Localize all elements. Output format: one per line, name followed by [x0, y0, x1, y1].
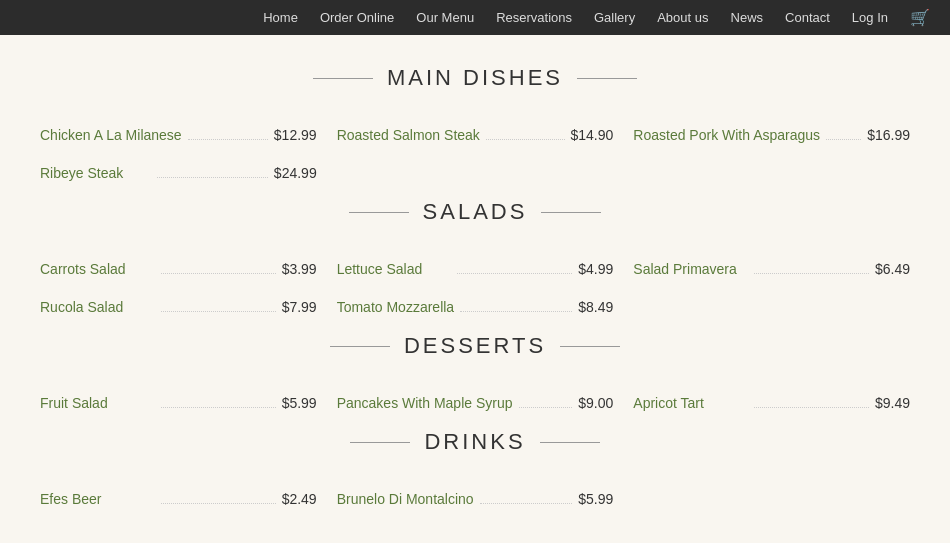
section-title-salads: SALADS [40, 199, 910, 225]
menu-item[interactable]: Fruit Salad $5.99 [40, 387, 317, 419]
menu-item[interactable]: Roasted Pork With Asparagus $16.99 [633, 119, 910, 151]
item-price: $6.49 [875, 261, 910, 277]
item-price: $8.49 [578, 299, 613, 315]
menu-grid-main-dishes: Chicken A La Milanese $12.99 Roasted Sal… [40, 119, 910, 189]
item-price: $9.00 [578, 395, 613, 411]
item-dots [161, 503, 276, 504]
item-dots [754, 407, 869, 408]
menu-item[interactable] [633, 291, 910, 323]
nav-our-menu[interactable]: Our Menu [416, 10, 474, 25]
item-name: Apricot Tart [633, 395, 748, 411]
menu-item[interactable] [633, 483, 910, 515]
menu-item[interactable]: Ribeye Steak $24.99 [40, 157, 317, 189]
item-dots [519, 407, 573, 408]
section-title-main-dishes: MAIN DISHES [40, 65, 910, 91]
item-price: $5.99 [282, 395, 317, 411]
menu-item[interactable] [633, 157, 910, 189]
section-heading: DRINKS [424, 429, 525, 455]
section-title-drinks: DRINKS [40, 429, 910, 455]
nav-contact[interactable]: Contact [785, 10, 830, 25]
menu-main: MAIN DISHES Chicken A La Milanese $12.99… [0, 35, 950, 543]
nav-reservations[interactable]: Reservations [496, 10, 572, 25]
title-line-left [313, 78, 373, 79]
nav-login[interactable]: Log In [852, 10, 888, 25]
item-name: Efes Beer [40, 491, 155, 507]
item-name: Fruit Salad [40, 395, 155, 411]
nav-news[interactable]: News [731, 10, 764, 25]
item-price: $5.99 [578, 491, 613, 507]
menu-grid-salads: Carrots Salad $3.99 Lettuce Salad $4.99 … [40, 253, 910, 323]
nav-home[interactable]: Home [263, 10, 298, 25]
item-price: $7.99 [282, 299, 317, 315]
nav-gallery[interactable]: Gallery [594, 10, 635, 25]
menu-item[interactable]: Tomato Mozzarella $8.49 [337, 291, 614, 323]
title-line-left [330, 346, 390, 347]
item-price: $12.99 [274, 127, 317, 143]
item-dots [457, 273, 572, 274]
title-line-left [349, 212, 409, 213]
main-nav: Home Order Online Our Menu Reservations … [263, 8, 930, 27]
cart-icon[interactable]: 🛒 [910, 8, 930, 27]
item-price: $9.49 [875, 395, 910, 411]
section-title-desserts: DESSERTS [40, 333, 910, 359]
menu-item[interactable]: Apricot Tart $9.49 [633, 387, 910, 419]
item-name: Roasted Pork With Asparagus [633, 127, 820, 143]
title-line-right [577, 78, 637, 79]
item-dots [754, 273, 869, 274]
item-name: Chicken A La Milanese [40, 127, 182, 143]
menu-item[interactable]: Chicken A La Milanese $12.99 [40, 119, 317, 151]
menu-item[interactable]: Efes Beer $2.49 [40, 483, 317, 515]
menu-item[interactable]: Pancakes With Maple Syrup $9.00 [337, 387, 614, 419]
item-name: Brunelo Di Montalcino [337, 491, 474, 507]
nav-order-online[interactable]: Order Online [320, 10, 394, 25]
item-price: $2.49 [282, 491, 317, 507]
item-price: $14.90 [571, 127, 614, 143]
item-name: Tomato Mozzarella [337, 299, 455, 315]
item-price: $4.99 [578, 261, 613, 277]
item-dots [460, 311, 572, 312]
menu-item[interactable]: Carrots Salad $3.99 [40, 253, 317, 285]
section-heading: MAIN DISHES [387, 65, 563, 91]
menu-grid-drinks: Efes Beer $2.49 Brunelo Di Montalcino $5… [40, 483, 910, 515]
item-dots [161, 311, 276, 312]
item-dots [161, 273, 276, 274]
menu-item[interactable] [337, 157, 614, 189]
item-price: $16.99 [867, 127, 910, 143]
item-dots [157, 177, 268, 178]
menu-item[interactable]: Rucola Salad $7.99 [40, 291, 317, 323]
item-price: $3.99 [282, 261, 317, 277]
title-line-right [541, 212, 601, 213]
menu-item[interactable]: Brunelo Di Montalcino $5.99 [337, 483, 614, 515]
title-line-right [540, 442, 600, 443]
item-name: Pancakes With Maple Syrup [337, 395, 513, 411]
site-header: Home Order Online Our Menu Reservations … [0, 0, 950, 35]
menu-grid-desserts: Fruit Salad $5.99 Pancakes With Maple Sy… [40, 387, 910, 419]
item-dots [188, 139, 268, 140]
item-dots [486, 139, 565, 140]
item-name: Carrots Salad [40, 261, 155, 277]
title-line-right [560, 346, 620, 347]
item-name: Ribeye Steak [40, 165, 151, 181]
item-dots [161, 407, 276, 408]
nav-about-us[interactable]: About us [657, 10, 708, 25]
item-dots [826, 139, 861, 140]
menu-item[interactable]: Lettuce Salad $4.99 [337, 253, 614, 285]
item-dots [480, 503, 573, 504]
item-name: Salad Primavera [633, 261, 748, 277]
menu-item[interactable]: Roasted Salmon Steak $14.90 [337, 119, 614, 151]
item-name: Lettuce Salad [337, 261, 452, 277]
item-name: Rucola Salad [40, 299, 155, 315]
menu-item[interactable]: Salad Primavera $6.49 [633, 253, 910, 285]
item-name: Roasted Salmon Steak [337, 127, 480, 143]
section-heading: DESSERTS [404, 333, 546, 359]
title-line-left [350, 442, 410, 443]
item-price: $24.99 [274, 165, 317, 181]
section-heading: SALADS [423, 199, 528, 225]
